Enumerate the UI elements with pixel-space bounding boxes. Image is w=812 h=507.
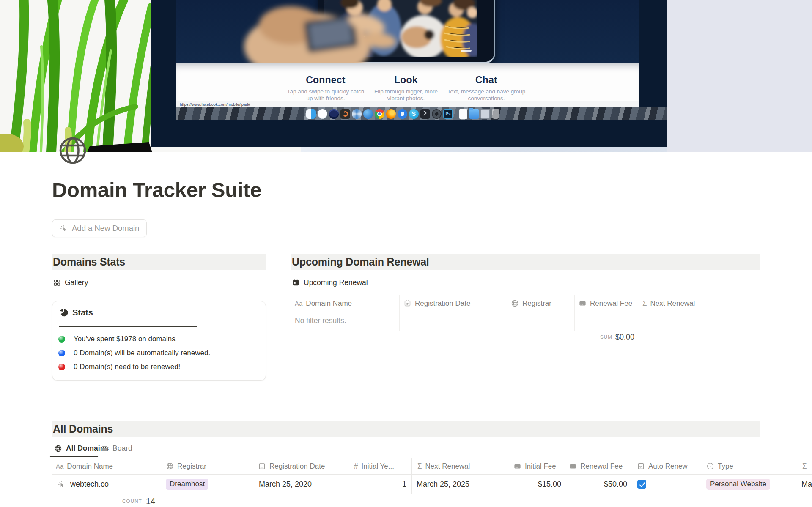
firefox-icon [386,109,396,119]
column-renewal-fee[interactable]: Renewal Fee [569,458,629,474]
text-icon: Aa [56,463,63,469]
no-filter-results-text: No filter results. [295,316,346,325]
folder-icon [469,109,479,119]
auto-renew-checkbox[interactable] [637,480,646,489]
stat-item-spent: You've spent $1978 on domains [58,335,176,343]
sublime-icon [340,109,350,119]
sigma-icon: Σ [802,463,807,470]
cell-initial-fee[interactable]: $15.00 [510,474,561,494]
calendar-icon [258,462,266,470]
checkbox-icon [637,462,645,470]
hand-phone-image [240,0,401,70]
title-divider [52,214,760,214]
count-label: COUNT [122,499,142,504]
browser-window: Connect Tap and swipe to quickly catchup… [176,0,639,107]
stats-card-title: Stats [59,308,93,318]
registrar-pill: Dreamhost [166,479,208,490]
chrome-icon [375,109,384,119]
column-domain-name[interactable]: AaDomain Name [56,458,157,474]
add-new-domain-label: Add a New Domain [72,224,139,233]
add-new-domain-button[interactable]: Add a New Domain [52,219,147,237]
column-type[interactable]: Type [706,458,794,474]
cell-initial-years[interactable]: 1 [349,474,406,494]
type-pill: Personal Website [706,479,770,490]
green-dot-icon [58,336,65,343]
board-icon [101,444,109,452]
cell-next-renewal[interactable]: March 25, 2025 [417,474,505,494]
column-registration-date[interactable]: Registration Date [258,458,345,474]
globe-icon [166,462,174,470]
upcoming-col-renewal-fee[interactable]: Renewal Fee [579,295,632,312]
monitor-screen: Connect Tap and swipe to quickly catchup… [151,0,667,147]
globe-icon [54,444,62,452]
blue-dot-icon [58,350,65,356]
cover-image: Connect Tap and swipe to quickly catchup… [0,0,812,152]
wall-background [667,0,812,152]
column-registrar[interactable]: Registrar [166,458,249,474]
sigma-icon: Σ [417,463,422,470]
upcoming-col-domain-name[interactable]: Aa Domain Name [295,295,352,312]
cell-registrar[interactable]: Dreamhost [166,474,249,494]
skype-icon: S [409,109,419,119]
column-auto-renew[interactable]: Auto Renew [637,458,698,474]
column-sum[interactable]: Σ [802,458,812,474]
cell-auto-renew[interactable] [637,474,697,494]
settings-icon [432,109,442,119]
cell-type[interactable]: Personal Website [706,474,795,494]
stat-item-need-renew: 0 Domain(s) need to be renewed! [58,363,180,371]
gallery-icon [53,279,61,287]
card-icon [569,462,577,470]
sum-calculation[interactable]: SUM$0.00 [574,333,634,342]
stats-card[interactable]: Stats You've spent $1978 on domains 0 Do… [52,301,266,381]
browser-status-bar: https://www.facebook.com/mobile/ipad# [176,101,639,107]
cell-sum-truncated[interactable]: Ma [801,474,812,494]
tab-board[interactable]: Board [101,441,132,455]
page-title[interactable]: Domain Tracker Suite [52,178,261,202]
domains-stats-heading: Domains Stats [52,254,266,270]
all-domains-heading: All Domains [52,421,760,437]
count-value: 14 [146,496,155,506]
hash-icon: # [354,463,358,470]
count-calculation[interactable]: COUNT14 [122,496,155,506]
dock-separator [456,109,456,119]
facebook-promo-section: Connect Tap and swipe to quickly catchup… [176,63,639,101]
cell-domain-name[interactable]: webtech.co [58,474,157,494]
stats-divider-line [59,326,197,327]
thunderbird-icon [363,109,373,119]
column-initial-years[interactable]: #Initial Ye... [354,458,408,474]
calendar-icon [403,299,411,307]
sum-value: $0.00 [615,333,634,341]
stat-item-auto-renew: 0 Domain(s) will be automatically renewe… [58,349,210,357]
sum-label: SUM [600,334,612,340]
active-tab-underline [50,456,98,457]
upcoming-col-registration-date[interactable]: Registration Date [403,295,470,312]
upcoming-renewal-heading: Upcoming Domain Renewal [291,254,760,270]
terminal-icon [420,109,430,119]
red-dot-icon [58,364,65,370]
hero-chat-title: Chat [427,74,546,86]
eclipse-icon [329,109,339,119]
globe-icon[interactable] [58,136,88,165]
finder-icon [306,109,316,119]
sigma-icon: Σ [642,300,647,307]
disk-icon [352,109,362,119]
tab-upcoming-renewal[interactable]: Upcoming Renewal [292,276,368,289]
text-icon: Aa [295,300,302,307]
column-next-renewal[interactable]: ΣNext Renewal [417,458,504,474]
upcoming-col-next-renewal[interactable]: Σ Next Renewal [642,295,695,312]
display-icon [480,109,490,119]
column-initial-fee[interactable]: Initial Fee [513,458,561,474]
cell-renewal-fee[interactable]: $50.00 [565,474,627,494]
tab-gallery[interactable]: Gallery [53,276,88,289]
globe-icon [511,299,519,307]
cell-registration-date[interactable]: March 25, 2020 [259,474,343,494]
cursor-click-icon [60,225,68,233]
document-icon [459,109,467,119]
photoshop-icon: Ps [443,109,453,119]
upcoming-col-registrar[interactable]: Registrar [511,295,551,312]
browser-url-text: https://www.facebook.com/mobile/ipad# [180,102,250,107]
plant-image [0,0,152,152]
card-icon [579,299,587,307]
dock: SPs [304,107,483,120]
cursor-click-icon [58,480,66,488]
